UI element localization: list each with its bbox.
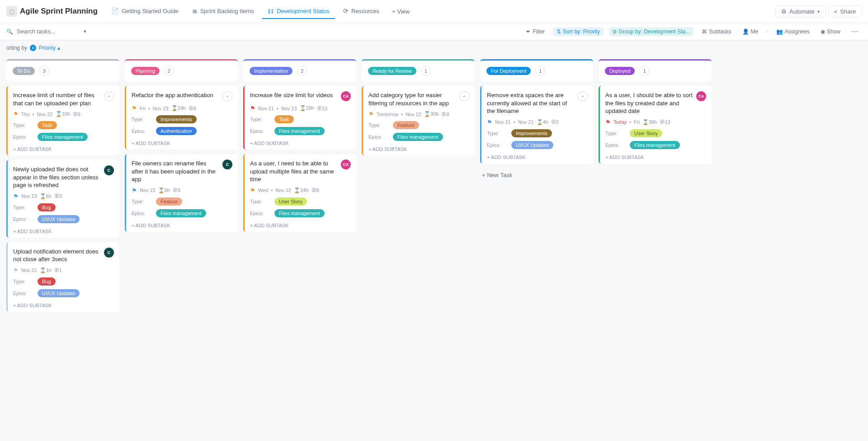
- task-card[interactable]: File owners can rename files after it ha…: [125, 154, 238, 232]
- priority-flag-icon[interactable]: ⚑: [132, 105, 137, 112]
- column-deployed: Deployed1As a user, I should be able to …: [599, 59, 712, 164]
- task-card[interactable]: Increase file size limit for videosCA⚑No…: [243, 86, 356, 150]
- priority-flag-icon[interactable]: ⚑: [13, 193, 19, 200]
- group-by-button[interactable]: ⧉Group by: Development Sta...: [609, 27, 693, 36]
- column-header[interactable]: Planning2: [125, 59, 238, 81]
- new-task-button[interactable]: + New Task: [480, 168, 593, 182]
- add-subtask-button[interactable]: + ADD SUBTASK: [250, 139, 351, 146]
- count-badge: 2: [164, 66, 174, 76]
- epic-tag[interactable]: UI/UX Updates: [38, 215, 80, 223]
- task-meta: ⚑Nov 23⌛6h⦿3: [13, 193, 114, 200]
- avatar[interactable]: CA: [341, 91, 351, 101]
- avatar[interactable]: CA: [341, 160, 351, 169]
- count-badge: 1: [535, 66, 545, 76]
- priority-flag-icon[interactable]: ⚑: [13, 267, 19, 274]
- type-tag[interactable]: User Story: [630, 129, 662, 137]
- avatar[interactable]: C: [222, 160, 232, 169]
- priority-flag-icon[interactable]: ⚑: [250, 105, 255, 112]
- task-card[interactable]: Remove extra spaces the are currently al…: [480, 86, 593, 164]
- add-view-button[interactable]: + View: [387, 5, 414, 19]
- type-tag[interactable]: Feature: [156, 197, 182, 206]
- epics-label: Epics:: [605, 142, 622, 148]
- task-meta: ⚑Nov 21•Nov 23⌛20h⦿13: [250, 105, 351, 112]
- column-header[interactable]: For Deployment1: [480, 59, 593, 81]
- avatar[interactable]: CA: [696, 91, 706, 101]
- type-tag[interactable]: Task: [274, 115, 294, 123]
- avatar[interactable]: C: [104, 248, 114, 258]
- subtasks-icon: ⌘: [702, 28, 707, 35]
- add-subtask-button[interactable]: + ADD SUBTASK: [368, 145, 469, 152]
- automate-button[interactable]: ⚙ Automate ▾: [775, 5, 826, 18]
- assignee-placeholder-icon[interactable]: +: [459, 91, 469, 101]
- tab-resources[interactable]: ⟳Resources: [338, 4, 385, 19]
- epic-tag[interactable]: UI/UX Updates: [511, 141, 553, 149]
- add-subtask-button[interactable]: + ADD SUBTASK: [132, 139, 232, 146]
- subtasks-button[interactable]: ⌘Subtasks: [699, 27, 734, 36]
- sort-by-button[interactable]: ⇅Sort by: Priority: [553, 27, 604, 36]
- epic-tag[interactable]: Files management: [156, 209, 206, 217]
- assignee-placeholder-icon[interactable]: +: [222, 91, 232, 101]
- column-header[interactable]: Ready for Review1: [362, 59, 475, 81]
- assignees-button[interactable]: 👥Assignees: [774, 27, 812, 36]
- tab-getting-started-guide[interactable]: 📄Getting Started Guide: [106, 4, 184, 19]
- type-tag[interactable]: User Story: [274, 197, 307, 206]
- add-subtask-button[interactable]: + ADD SUBTASK: [13, 145, 114, 152]
- type-tag[interactable]: Feature: [393, 121, 419, 129]
- assignee-placeholder-icon[interactable]: +: [104, 91, 114, 101]
- clear-sort-icon[interactable]: ×: [30, 45, 36, 51]
- priority-flag-icon[interactable]: ⚑: [368, 111, 374, 117]
- share-button[interactable]: < Share: [828, 5, 862, 18]
- task-card[interactable]: Increase limit of number of files that c…: [6, 86, 119, 155]
- avatar[interactable]: C: [104, 165, 114, 175]
- type-tag[interactable]: Improvements: [156, 115, 197, 123]
- task-card[interactable]: Newly uploaded file does not appear in t…: [6, 160, 119, 238]
- add-subtask-button[interactable]: + ADD SUBTASK: [13, 301, 114, 308]
- task-card[interactable]: As a user, I should be able to sort the …: [599, 86, 712, 164]
- epic-tag[interactable]: UI/UX Updates: [38, 289, 80, 297]
- priority-flag-icon[interactable]: ⚑: [487, 119, 492, 126]
- task-card[interactable]: As a user, I need to be able to upload m…: [243, 154, 356, 232]
- epic-tag[interactable]: Files management: [274, 127, 325, 135]
- count-badge: 3: [39, 66, 49, 76]
- add-subtask-button[interactable]: + ADD SUBTASK: [250, 221, 351, 228]
- filter-button[interactable]: ⏷Filter: [523, 27, 547, 36]
- epic-tag[interactable]: Files management: [38, 133, 88, 141]
- chevron-down-icon: ▾: [817, 9, 820, 14]
- task-card[interactable]: Upload notification element does not clo…: [6, 242, 119, 312]
- chevron-down-icon[interactable]: ▾: [84, 28, 86, 34]
- add-subtask-button[interactable]: + ADD SUBTASK: [487, 153, 588, 160]
- column-header[interactable]: Implementation2: [243, 59, 356, 81]
- epic-tag[interactable]: Files management: [274, 209, 325, 217]
- task-card[interactable]: Refactor the app authentication+⚑Fri•Nov…: [125, 86, 238, 150]
- search-input[interactable]: [17, 28, 80, 35]
- epics-label: Epics:: [487, 142, 503, 148]
- column-header[interactable]: To Do3: [6, 59, 119, 81]
- type-tag[interactable]: Bug: [38, 277, 56, 286]
- column-header[interactable]: Deployed1: [599, 59, 712, 81]
- priority-flag-icon[interactable]: ⚑: [13, 111, 19, 117]
- add-subtask-button[interactable]: + ADD SUBTASK: [13, 227, 114, 234]
- priority-flag-icon[interactable]: ⚑: [605, 119, 611, 126]
- epic-tag[interactable]: Authentication: [156, 127, 197, 135]
- add-subtask-button[interactable]: + ADD SUBTASK: [605, 153, 706, 160]
- me-button[interactable]: 👤Me: [740, 27, 761, 36]
- more-button[interactable]: ⋯: [849, 26, 862, 37]
- tab-development-status[interactable]: ⫿⫿Development Status: [262, 4, 335, 19]
- task-title: As a user, I should be able to sort the …: [605, 91, 693, 115]
- tab-sprint-backlog-items[interactable]: ≣Sprint Backlog Items: [187, 4, 259, 19]
- type-tag[interactable]: Bug: [38, 203, 56, 211]
- add-subtask-button[interactable]: + ADD SUBTASK: [132, 221, 232, 228]
- sort-icon: ⇅: [557, 28, 561, 35]
- count-badge: 2: [297, 66, 307, 76]
- type-tag[interactable]: Improvements: [511, 129, 552, 137]
- epic-tag[interactable]: Files management: [630, 141, 680, 149]
- type-tag[interactable]: Task: [38, 121, 57, 129]
- priority-flag-icon[interactable]: ⚑: [132, 187, 137, 194]
- search-box[interactable]: 🔍 ▾: [6, 28, 97, 35]
- task-card[interactable]: Add category type for easier filtering o…: [362, 86, 475, 155]
- assignee-placeholder-icon[interactable]: +: [578, 91, 588, 101]
- epic-tag[interactable]: Files management: [393, 133, 443, 141]
- show-button[interactable]: ◉Show: [818, 27, 843, 36]
- sort-field-link[interactable]: Priority ▴: [39, 45, 60, 51]
- priority-flag-icon[interactable]: ⚑: [250, 187, 255, 194]
